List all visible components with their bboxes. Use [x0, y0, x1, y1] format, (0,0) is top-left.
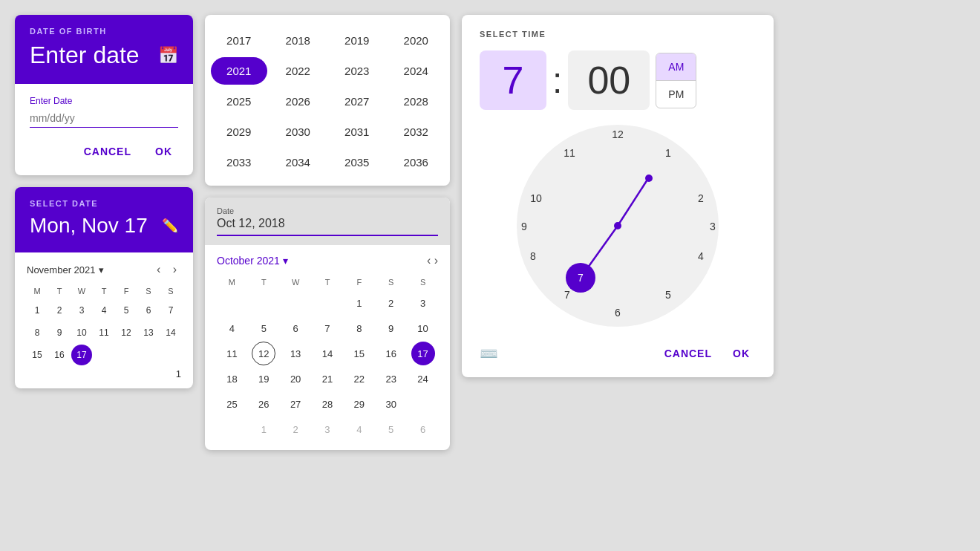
cal-day-15[interactable]: 15 [27, 345, 48, 365]
cal-full-day-w1d5[interactable]: 9 [379, 316, 403, 340]
svg-text:3: 3 [710, 221, 716, 232]
cal-full-day-w4d5[interactable]: 30 [379, 392, 403, 416]
year-item-2028[interactable]: 2028 [388, 88, 445, 115]
cal-full-day-w2d5[interactable]: 16 [379, 342, 403, 365]
month-nav-label[interactable]: November 2021 ▾ [27, 264, 104, 276]
cal-full-day-w1d3[interactable]: 7 [316, 316, 339, 340]
cal-full-day-w4d3[interactable]: 28 [316, 392, 339, 416]
year-item-2018[interactable]: 2018 [270, 27, 327, 54]
cal-day-8[interactable]: 8 [27, 322, 48, 343]
pm-button[interactable]: PM [656, 81, 696, 108]
cal-full-day-w3d0[interactable]: 18 [220, 367, 244, 391]
next-month-button[interactable]: › [169, 261, 181, 278]
cal-day-3[interactable]: 3 [71, 300, 92, 321]
cal-chevron-icon: ▾ [283, 255, 288, 267]
cal-day-11[interactable]: 11 [94, 322, 114, 343]
time-hour[interactable]: 7 [480, 50, 546, 110]
cal-full-day-w5d4[interactable]: 4 [347, 417, 371, 441]
dob-cancel-button[interactable]: CANCEL [78, 143, 137, 160]
cal-full-day-w3d4[interactable]: 22 [347, 367, 371, 391]
year-item-2031[interactable]: 2031 [329, 118, 385, 146]
year-item-2020[interactable]: 2020 [388, 27, 445, 54]
cal-full-day-w4d4[interactable]: 29 [347, 392, 371, 416]
cal-full-day-w0d5[interactable]: 2 [379, 291, 403, 315]
am-button[interactable]: AM [656, 53, 696, 80]
edit-icon[interactable]: ✏️ [162, 218, 178, 234]
cal-full-day-w4d2[interactable]: 27 [284, 392, 307, 416]
cal-full-day-w2d0[interactable]: 11 [220, 342, 244, 365]
cal-day-5[interactable]: 5 [116, 300, 137, 321]
cal-full-day-w0d6[interactable]: 3 [411, 291, 435, 315]
cal-day-14[interactable]: 14 [160, 322, 181, 343]
cal-full-day-w4d0[interactable]: 25 [220, 392, 244, 416]
year-item-2034[interactable]: 2034 [270, 149, 327, 176]
cal-full-day-w3d2[interactable]: 20 [284, 367, 307, 391]
cal-full-day-w1d0[interactable]: 4 [220, 316, 244, 340]
cal-day-9[interactable]: 9 [49, 322, 70, 343]
year-item-2023[interactable]: 2023 [329, 57, 385, 85]
keyboard-icon[interactable]: ⌨️ [480, 345, 498, 362]
cal-full-day-w2d6[interactable]: 17 [411, 342, 435, 365]
cal-full-day-w1d6[interactable]: 10 [411, 316, 435, 340]
cal-full-day-w3d1[interactable]: 19 [252, 367, 275, 391]
cal-header-t2: T [94, 284, 114, 299]
cal-prev-button[interactable]: ‹ [427, 254, 431, 267]
year-grid: 2017201820192020202120222023202420252026… [211, 27, 444, 176]
cal-full-day-w2d4[interactable]: 15 [347, 342, 371, 365]
year-item-2033[interactable]: 2033 [211, 149, 267, 176]
year-item-2019[interactable]: 2019 [329, 27, 385, 54]
cal-full-day-w3d5[interactable]: 23 [379, 367, 403, 391]
year-item-2027[interactable]: 2027 [329, 88, 385, 115]
time-ok-button[interactable]: OK [727, 345, 756, 362]
year-item-2029[interactable]: 2029 [211, 118, 267, 146]
cal-full-day-w2d3[interactable]: 14 [316, 342, 339, 365]
cal-day-7[interactable]: 7 [160, 300, 181, 321]
cal-day-2[interactable]: 2 [49, 300, 70, 321]
dob-input[interactable] [30, 109, 178, 128]
cal-month-label[interactable]: October 2021 ▾ [217, 255, 288, 267]
cal-day-17[interactable]: 17 [71, 345, 92, 365]
year-item-2026[interactable]: 2026 [270, 88, 327, 115]
year-item-2025[interactable]: 2025 [211, 88, 267, 115]
cal-day-13[interactable]: 13 [138, 322, 159, 343]
cal-full-day-w1d2[interactable]: 6 [284, 316, 307, 340]
year-picker: 2017201820192020202120222023202420252026… [205, 15, 450, 186]
year-item-2036[interactable]: 2036 [388, 149, 445, 176]
cal-next-button[interactable]: › [434, 254, 438, 267]
cal-full-day-w0d4[interactable]: 1 [347, 291, 371, 315]
cal-day-16[interactable]: 16 [49, 345, 70, 365]
cal-day-6[interactable]: 6 [138, 300, 159, 321]
small-cal-grid: M T W T F S S 1 2 3 4 5 6 7 8 9 10 11 12 [27, 284, 181, 365]
cal-day-10[interactable]: 10 [71, 322, 92, 343]
cal-full-day-w5d6[interactable]: 6 [411, 417, 435, 441]
cal-full-day-w5d2[interactable]: 2 [284, 417, 307, 441]
cal-full-day-w3d6[interactable]: 24 [411, 367, 435, 391]
cal-full-day-w1d1[interactable]: 5 [252, 316, 275, 340]
cal-day-1[interactable]: 1 [27, 300, 48, 321]
year-item-2021[interactable]: 2021 [211, 57, 267, 85]
prev-month-button[interactable]: ‹ [152, 261, 165, 278]
cal-full-day-w2d2[interactable]: 13 [284, 342, 307, 365]
cal-full-day-w1d4[interactable]: 8 [347, 316, 371, 340]
cal-full-day-w5d3[interactable]: 3 [316, 417, 339, 441]
cal-day-4[interactable]: 4 [94, 300, 114, 321]
year-item-2024[interactable]: 2024 [388, 57, 445, 85]
cal-full-day-w4d1[interactable]: 26 [252, 392, 275, 416]
cal-full-day-w5d5[interactable]: 5 [379, 417, 403, 441]
cal-full-day-w3d3[interactable]: 21 [316, 367, 339, 391]
cal-full-day-w2d1[interactable]: 12 [252, 342, 275, 365]
year-item-2030[interactable]: 2030 [270, 118, 327, 146]
select-date-header: SELECT DATE Mon, Nov 17 ✏️ [15, 187, 193, 252]
cal-day-12[interactable]: 12 [116, 322, 137, 343]
calendar-icon[interactable]: 📅 [158, 46, 178, 65]
cal-picker-body: October 2021 ▾ ‹ › MTWTFSS12345678910111… [205, 245, 450, 450]
time-cancel-button[interactable]: CANCEL [659, 345, 718, 362]
clock-face[interactable]: 12 1 2 3 4 5 6 7 8 9 10 11 [514, 122, 722, 330]
year-item-2035[interactable]: 2035 [329, 149, 385, 176]
year-item-2017[interactable]: 2017 [211, 27, 267, 54]
dob-ok-button[interactable]: OK [149, 143, 178, 160]
year-item-2022[interactable]: 2022 [270, 57, 327, 85]
year-item-2032[interactable]: 2032 [388, 118, 445, 146]
cal-full-day-w5d1[interactable]: 1 [252, 417, 275, 441]
time-minute[interactable]: 00 [568, 50, 650, 110]
